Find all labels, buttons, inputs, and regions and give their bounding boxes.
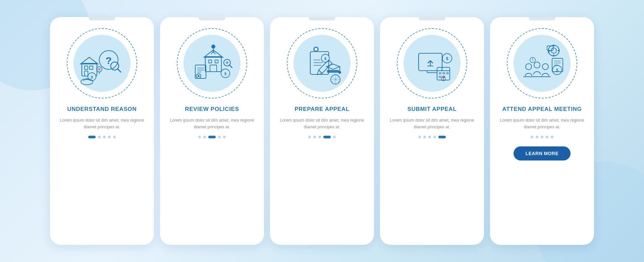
card-3-dots — [308, 136, 336, 138]
dot-active — [438, 136, 446, 138]
card-5-desc: Lorem ipsum dolor sit dim amet, mea regi… — [490, 117, 594, 130]
icon-review-policies: $ — [189, 40, 235, 87]
dot — [428, 136, 431, 138]
card-2-desc: Lorem ipsum dolor sit dim amet, mea regi… — [160, 117, 264, 130]
svg-rect-65 — [553, 45, 554, 47]
dot — [536, 136, 538, 138]
dot — [418, 136, 421, 138]
phone-notch — [199, 17, 225, 20]
dot — [433, 136, 436, 138]
svg-rect-19 — [210, 65, 217, 72]
card-4-dots — [418, 136, 446, 138]
dot-active — [323, 136, 331, 138]
svg-rect-2 — [90, 66, 93, 69]
dot — [198, 136, 201, 138]
svg-rect-1 — [85, 66, 88, 69]
svg-rect-66 — [553, 55, 554, 57]
dot — [108, 136, 111, 138]
dot — [318, 136, 321, 138]
svg-rect-41 — [327, 70, 339, 73]
svg-rect-53 — [439, 72, 441, 74]
svg-text:$: $ — [224, 72, 226, 76]
card-3-desc: Lorem ipsum dolor sit dim amet, mea regi… — [270, 117, 374, 130]
dot — [103, 136, 106, 138]
svg-point-71 — [534, 62, 540, 68]
phone-notch — [529, 17, 555, 20]
card-understand-reason: $ ? UNDERSTAND REASON Lorem ipsum dolor … — [50, 17, 154, 245]
svg-point-70 — [526, 64, 532, 70]
dot — [223, 136, 226, 138]
svg-rect-68 — [558, 50, 560, 51]
card-2-title: REVIEW POLICIES — [178, 106, 246, 113]
svg-rect-56 — [439, 76, 441, 78]
card-review-policies: $ REVIEW POLICIES Lorem ipsum dolor sit … — [160, 17, 264, 245]
svg-point-26 — [198, 75, 200, 77]
svg-line-11 — [117, 69, 121, 72]
dot — [423, 136, 426, 138]
svg-text:$: $ — [91, 75, 93, 79]
card-submit-appeal: $ SUBMIT APPEAL Lorem ipsum dolor sit di… — [380, 17, 484, 245]
svg-point-62 — [443, 79, 444, 80]
svg-point-35 — [315, 48, 317, 51]
dot — [541, 136, 543, 138]
card-1-desc: Lorem ipsum dolor sit dim amet, mea regi… — [50, 117, 154, 130]
card-4-desc: Lorem ipsum dolor sit dim amet, mea regi… — [380, 117, 484, 130]
svg-text:$: $ — [446, 56, 448, 61]
svg-rect-54 — [442, 72, 445, 74]
illustration-area-2: $ — [175, 26, 249, 100]
dot — [218, 136, 221, 138]
dot — [313, 136, 316, 138]
icon-attend-meeting: $ — [519, 40, 566, 87]
phone-notch — [309, 17, 335, 20]
phone-notch — [419, 17, 445, 20]
dot — [113, 136, 116, 138]
icon-prepare-appeal: $ — [299, 40, 345, 87]
dot — [333, 136, 336, 138]
dot — [308, 136, 311, 138]
svg-line-30 — [229, 65, 232, 68]
dot — [546, 136, 548, 138]
svg-rect-55 — [446, 72, 449, 74]
card-1-title: UNDERSTAND REASON — [61, 106, 144, 113]
svg-point-72 — [542, 64, 548, 70]
card-3-title: PREPARE APPEAL — [288, 106, 356, 113]
svg-rect-49 — [427, 71, 437, 73]
illustration-area-3: $ — [285, 26, 359, 100]
dot — [531, 136, 533, 138]
svg-text:$: $ — [324, 57, 326, 61]
svg-rect-18 — [215, 60, 218, 63]
dot — [203, 136, 206, 138]
svg-rect-15 — [205, 57, 221, 72]
learn-more-button[interactable]: LEARN MORE — [514, 146, 571, 160]
svg-rect-3 — [85, 71, 88, 76]
card-2-dots — [198, 136, 226, 138]
dot — [551, 136, 553, 138]
svg-point-20 — [211, 45, 215, 49]
card-4-title: SUBMIT APPEAL — [400, 106, 463, 113]
dot-active — [88, 136, 96, 138]
svg-rect-17 — [209, 60, 212, 63]
card-5-dots — [531, 136, 553, 138]
card-attend-appeal-meeting: $ ATTEND APPEAL MEETING Lorem ipsum dolo… — [490, 17, 594, 245]
dot-active — [208, 136, 216, 138]
illustration-area-1: $ ? — [65, 26, 139, 100]
svg-point-44 — [338, 71, 341, 74]
icon-understand: $ ? — [78, 40, 125, 87]
illustration-area-5: $ — [505, 26, 579, 100]
icon-submit-appeal: $ — [409, 40, 455, 87]
dot — [98, 136, 101, 138]
illustration-area-4: $ — [395, 26, 469, 100]
card-1-dots — [88, 136, 116, 138]
card-prepare-appeal: $ PREPARE APPEAL Lorem ipsum dolor sit d… — [270, 17, 374, 245]
phone-notch — [89, 17, 115, 20]
card-5-title: ATTEND APPEAL MEETING — [496, 106, 589, 113]
cards-container: $ ? UNDERSTAND REASON Lorem ipsum dolor … — [40, 7, 604, 255]
svg-point-76 — [532, 60, 533, 61]
